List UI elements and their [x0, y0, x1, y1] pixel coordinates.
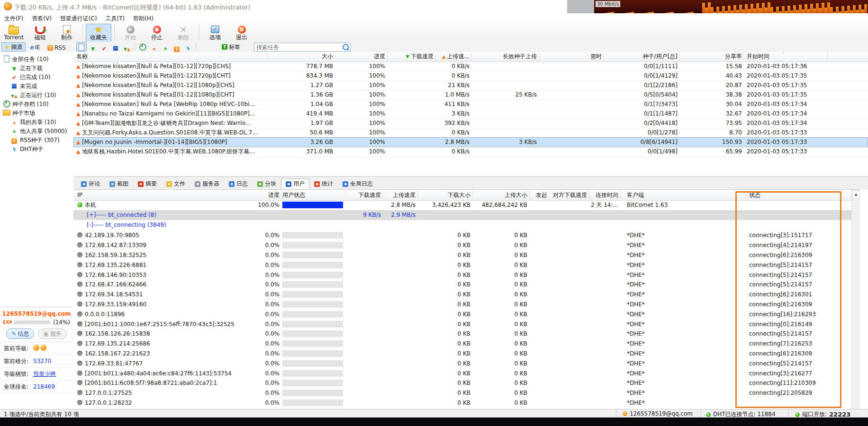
toolbar-button-删除[interactable]: ✕删除	[171, 24, 196, 42]
peer-row[interactable]: 172.68.47.166:624660.0%0 KB0 KB*DHE*conn…	[73, 280, 860, 290]
task-row[interactable]: ▲ [Nekomoe kissaten] Null & Peta [WebRip…	[73, 99, 868, 109]
column-header-分享率[interactable]: 分享率	[695, 52, 744, 61]
peer-row[interactable]: 172.69.34.18:545310.0%0 KB0 KB*DHE*conne…	[73, 290, 860, 300]
detail-tab-全局日志[interactable]: ▪全局日志	[338, 178, 378, 189]
channel-tab-RSS[interactable]: )RSS	[45, 43, 69, 53]
search-input[interactable]	[255, 43, 342, 51]
peer-group-row[interactable]: [-]----- bt_connecting (3849)	[73, 220, 860, 230]
peer-row[interactable]: 172.69.33.159:491600.0%0 KB0 KB*DHE*conn…	[73, 300, 860, 310]
detail-tab-分块[interactable]: ▪分块	[253, 178, 281, 189]
detail-tab-文件[interactable]: ▪文件	[162, 178, 190, 189]
user-state-bar-empty	[282, 321, 343, 328]
peer-icon	[77, 390, 82, 395]
column-header-进度[interactable]: 进度	[338, 52, 388, 61]
task-row[interactable]: ▲ 地狱客栈.Hazbin.Hotel.S01E00.中英字幕.WEB.1080…	[73, 147, 868, 157]
sidebar-item-正在下载[interactable]: ▼正在下载	[10, 64, 43, 73]
menu-item-1[interactable]: 查看(V)	[27, 13, 56, 24]
task-row[interactable]: ▲ [Nekomoe kissaten][Null & Peta][01-12]…	[73, 80, 868, 90]
peer-column-header-状态[interactable]: 状态	[749, 191, 859, 199]
peer-row[interactable]: 0.0.0.0:118960.0%0 KB0 KB*DHE*connecting…	[73, 310, 860, 320]
column-header-种子/用户[总][interactable]: 种子/用户[总]	[611, 52, 680, 61]
detail-tab-摘要[interactable]: ▪摘要	[133, 178, 162, 189]
peer-column-header-连接时间[interactable]: 连接时间	[589, 191, 621, 199]
toolbar-button-磁链[interactable]: 磁链	[27, 24, 53, 42]
filter-unfinished-icon[interactable]	[110, 44, 121, 53]
peer-column-header-对方下载速度[interactable]: 对方下载速度	[547, 191, 589, 199]
statusbar-account[interactable]: 1265578519@qq.com	[623, 410, 693, 417]
column-header-上传速...[interactable]: ▲ 上传速...	[422, 52, 472, 61]
peer-row[interactable]: 162.158.167.22:216230.0%0 KB0 KB*DHE*con…	[73, 349, 860, 359]
peer-column-header-上传大小[interactable]: 上传大小	[461, 191, 530, 199]
info-button[interactable]: ✎ 信息	[6, 328, 34, 339]
sidebar-item-全部任务 (10)[interactable]: 全部任务 (10)	[3, 55, 48, 64]
task-row[interactable]: ▲ [Nekomoe kissaten][Null & Peta][01-12]…	[73, 90, 868, 100]
task-row[interactable]: ▲ 叉叉问问题.Forky.Asks.a.Question.S01E08.中英字…	[73, 128, 868, 138]
task-cell-name: ▲ [GM-Team][国漫电影][龙之谷·破晓奇兵][Dragon Nest:…	[76, 118, 268, 128]
peer-row[interactable]: [2001:b011:1000:1e67:2515:5eff:7870:43c3…	[73, 320, 860, 329]
peer-row[interactable]: 172.69.135.214:256860.0%0 KB0 KB*DHE*con…	[73, 339, 860, 349]
menu-item-2[interactable]: 彗星通行证(C)	[56, 13, 101, 24]
sidebar-item-DHT种子[interactable]: ϟDHT种子	[10, 145, 44, 154]
peer-row[interactable]: 42.189.19.70:98050.0%0 KB0 KB*DHE*connec…	[73, 231, 860, 240]
vertical-scrollbar[interactable]: ▲	[851, 190, 860, 409]
task-row[interactable]: ▲ [Nekomoe kissaten][Null & Peta][01-12]…	[73, 62, 868, 71]
menu-item-3[interactable]: 工具(T)	[101, 13, 129, 24]
task-row[interactable]: ▲ [Nekomoe kissaten][Null & Peta][01-12]…	[73, 71, 868, 81]
task-row[interactable]: ▲ [Nanatsu no Taizai Kamigami no Gekirin…	[73, 109, 868, 119]
task-row[interactable]: ▲ [GM-Team][国漫电影][龙之谷·破晓奇兵][Dragon Nest:…	[73, 118, 868, 128]
toolbar-button-收藏夹[interactable]: ★收藏夹	[86, 24, 111, 42]
detail-tab-日志[interactable]: ▪日志	[224, 178, 253, 189]
peer-row[interactable]: 127.0.0.1:275250.0%0 KB0 KB*DHE*connecti…	[73, 388, 860, 398]
column-header-需时[interactable]: 需时	[545, 52, 604, 61]
sidebar-item-种子市场[interactable]: 种子市场	[3, 109, 35, 118]
column-header-label: 种子/用户[总]	[643, 53, 678, 60]
tag-button[interactable]: T 标签	[222, 43, 240, 51]
detail-tab-服务器[interactable]: ▪服务器	[190, 178, 224, 189]
peer-row[interactable]: 162.158.59.18:325250.0%0 KB0 KB*DHE*conn…	[73, 250, 860, 260]
peer-row[interactable]: [2001:b011:a480:4a04:ac6e:c84:27f6:1143]…	[73, 369, 860, 379]
detail-tab-用户[interactable]: ▪用户	[281, 178, 309, 189]
toolbar-button-开始[interactable]: ▶开始	[118, 24, 143, 42]
peer-group-row[interactable]: [+]----- bt_connected (8)9 KB/s2.9 MB/s	[73, 210, 860, 220]
sidebar-item-已完成 (10)[interactable]: ✔已完成 (10)	[10, 73, 50, 82]
peer-column-header-上传速度[interactable]: 上传速度	[368, 191, 418, 199]
sidebar-item-正在运行 (10)[interactable]: ▼▲正在运行 (10)	[10, 91, 56, 100]
column-header-大小[interactable]: 大小	[286, 52, 335, 61]
peer-row[interactable]: 162.158.126.26:158380.0%0 KB0 KB*DHE*con…	[73, 329, 860, 339]
search-icon[interactable]	[343, 44, 349, 50]
menu-item-0[interactable]: 文件(F)	[0, 13, 27, 24]
detail-tab-截图[interactable]: ▪截图	[105, 178, 133, 189]
detail-tab-统计[interactable]: ▪统计	[309, 178, 338, 189]
sidebar-item-种子存档 (10)[interactable]: 种子存档 (10)	[3, 100, 48, 109]
peer-row[interactable]: 172.68.142.87:133090.0%0 KB0 KB*DHE*conn…	[73, 240, 860, 250]
filter-all-tasks-icon[interactable]	[76, 42, 87, 52]
toolbar-button-Torrent[interactable]: Torrent	[1, 24, 27, 42]
peer-row[interactable]: 172.68.146.90:103530.0%0 KB0 KB*DHE*conn…	[73, 270, 860, 280]
task-row[interactable]: ▲ [Mugen no Juunin -Immortal-][01-14][BI…	[73, 137, 868, 147]
sidebar-item-他人共享 (50000)[interactable]: ➤他人共享 (50000)	[10, 127, 67, 136]
channel-tab-IE[interactable]: eIE	[27, 43, 43, 52]
peer-row[interactable]: [2001:b011:6c08:5f7:98a8:8721:aba0:2ca7]…	[73, 378, 860, 388]
toolbar-button-停止[interactable]: ■停止	[144, 24, 170, 42]
peer-row[interactable]: 127.0.0.1:282320.0%0 KB0 KB*DHE*	[73, 398, 860, 408]
column-header-开始时间[interactable]: 开始时间	[747, 52, 828, 61]
sidebar-item-我的共享 (10)[interactable]: ➤我的共享 (10)	[10, 118, 56, 127]
peer-row[interactable]: 172.69.33.81:477670.0%0 KB0 KB*DHE*conne…	[73, 359, 860, 369]
sidebar-item-未完成[interactable]: 未完成	[10, 82, 37, 91]
toolbar-button-选项[interactable]: ✓选项	[202, 24, 228, 42]
sidebar-item-RSS种子 (307)[interactable]: )RSS种子 (307)	[10, 136, 60, 145]
service-button[interactable]: ▣ 服务	[38, 328, 66, 339]
toolbar-button-制作[interactable]: 制作	[54, 24, 80, 42]
peer-row-local[interactable]: 本机100.0%2.8 MB/s3,426,423 KB482,684,242 …	[73, 200, 860, 210]
column-header-长效种子上传[interactable]: 长效种子上传	[480, 52, 539, 61]
channel-tab-频道[interactable]: ★频道	[1, 42, 26, 52]
toolbar-button-退出[interactable]: O退出	[229, 24, 254, 42]
peer-column-header-客户端[interactable]: 客户端	[627, 191, 746, 199]
column-header-名称[interactable]: 名称	[76, 52, 268, 61]
scroll-up-icon[interactable]: ▲	[852, 190, 860, 199]
detail-tab-评论[interactable]: ▪评论	[76, 178, 105, 189]
menu-item-4[interactable]: 帮助(H)	[129, 13, 157, 24]
user-stat-value[interactable]: 彗星少將	[33, 370, 56, 378]
filter-archive-icon[interactable]	[137, 42, 148, 52]
peer-row[interactable]: 172.69.135.226:68810.0%0 KB0 KB*DHE*conn…	[73, 260, 860, 270]
